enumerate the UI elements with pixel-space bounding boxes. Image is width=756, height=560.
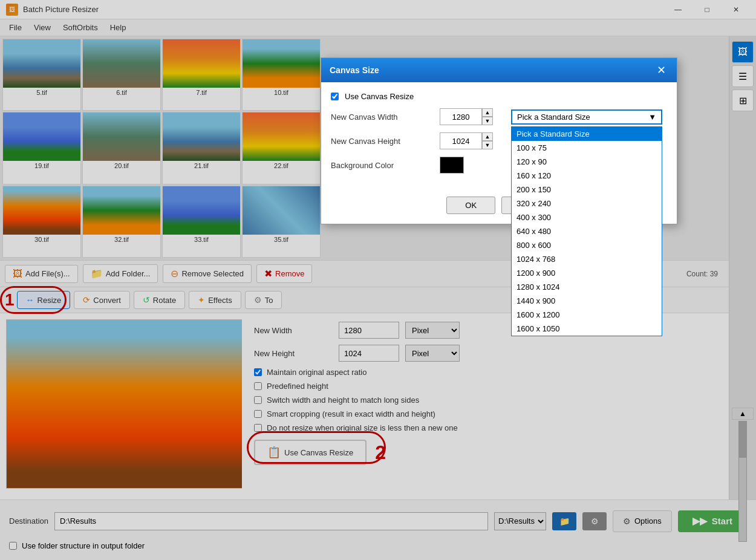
size-option-3[interactable]: 160 x 120 (512, 169, 662, 183)
size-option-4[interactable]: 200 x 150 (512, 183, 662, 197)
size-option-8[interactable]: 800 x 600 (512, 238, 662, 252)
standard-size-list: Pick a Standard Size 100 x 75 120 x 90 1… (511, 126, 662, 336)
size-option-14[interactable]: 1600 x 1050 (512, 322, 662, 336)
canvas-height-label: New Canvas Height (331, 137, 434, 146)
use-canvas-resize-dialog-label: Use Canvas Resize (345, 92, 414, 101)
background-color-swatch[interactable] (440, 157, 464, 174)
size-option-6[interactable]: 400 x 300 (512, 210, 662, 224)
modal-overlay: Canvas Size ✕ Use Canvas Resize New Canv… (0, 0, 756, 560)
size-option-7[interactable]: 640 x 480 (512, 224, 662, 238)
size-option-11[interactable]: 1280 x 1024 (512, 280, 662, 294)
canvas-width-label: New Canvas Width (331, 112, 434, 122)
canvas-width-row: New Canvas Width ▲ ▼ Pick a Standard Siz… (331, 108, 667, 125)
canvas-width-spinner: ▲ ▼ (482, 108, 493, 125)
dialog-close-button[interactable]: ✕ (654, 63, 668, 77)
dialog-header: Canvas Size ✕ (321, 58, 677, 82)
size-option-9[interactable]: 1024 x 768 (512, 252, 662, 266)
size-option-2[interactable]: 120 x 90 (512, 155, 662, 169)
size-option-10[interactable]: 1200 x 900 (512, 266, 662, 280)
canvas-width-down[interactable]: ▼ (482, 117, 493, 125)
canvas-width-up[interactable]: ▲ (482, 108, 493, 117)
dialog-body: Use Canvas Resize New Canvas Width ▲ ▼ P (321, 82, 677, 190)
use-canvas-resize-row: Use Canvas Resize (331, 92, 667, 101)
canvas-width-input[interactable] (440, 108, 482, 125)
size-option-12[interactable]: 1440 x 900 (512, 294, 662, 308)
canvas-height-spinner: ▲ ▼ (482, 132, 493, 149)
canvas-height-up[interactable]: ▲ (482, 132, 493, 141)
standard-size-dropdown-container: Pick a Standard Size ▼ Pick a Standard S… (511, 109, 662, 125)
dialog-ok-button[interactable]: OK (446, 197, 495, 214)
canvas-height-input-group: ▲ ▼ (440, 132, 493, 149)
size-option-1[interactable]: 100 x 75 (512, 141, 662, 155)
size-option-13[interactable]: 1600 x 1200 (512, 308, 662, 322)
standard-size-value: Pick a Standard Size (517, 112, 590, 122)
dropdown-chevron-icon: ▼ (648, 112, 656, 122)
canvas-size-dialog: Canvas Size ✕ Use Canvas Resize New Canv… (321, 57, 677, 224)
standard-size-dropdown[interactable]: Pick a Standard Size ▼ (511, 109, 662, 125)
background-color-label: Background Color (331, 161, 434, 170)
canvas-height-down[interactable]: ▼ (482, 141, 493, 149)
size-option-5[interactable]: 320 x 240 (512, 197, 662, 210)
size-option-0[interactable]: Pick a Standard Size (512, 127, 662, 141)
use-canvas-resize-dialog-checkbox[interactable] (331, 93, 339, 100)
canvas-height-input[interactable] (440, 132, 482, 149)
canvas-width-input-group: ▲ ▼ (440, 108, 493, 125)
dialog-title: Canvas Size (330, 65, 379, 75)
